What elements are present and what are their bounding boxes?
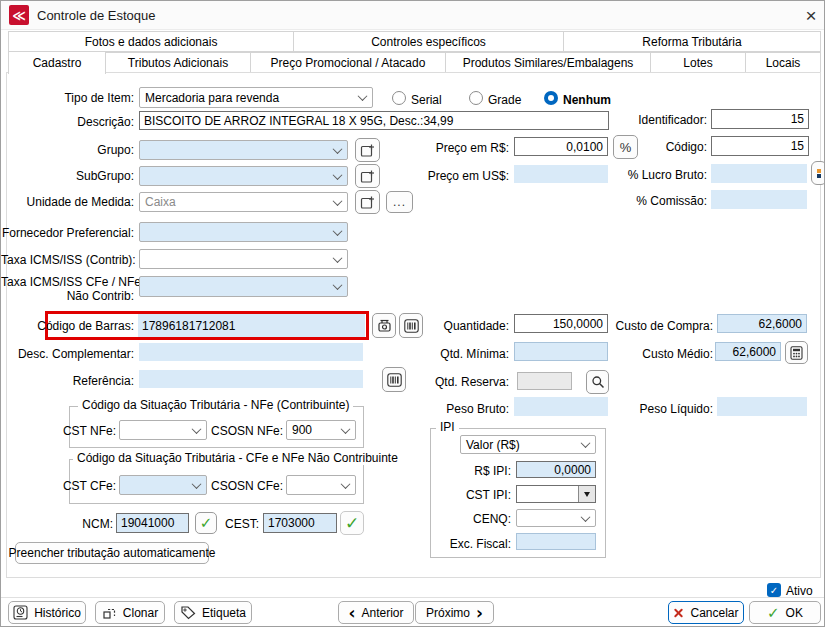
history-icon xyxy=(13,605,28,620)
navy-dot-icon xyxy=(817,174,821,178)
tab-preco-promocional[interactable]: Preço Promocional / Atacado xyxy=(250,52,446,73)
custo-medio-label: Custo Médio: xyxy=(601,348,713,361)
preco-us-input[interactable] xyxy=(514,165,608,183)
check-icon: ✓ xyxy=(345,513,359,533)
unidade-select[interactable]: Caixa xyxy=(139,192,348,212)
preco-us-label: Preço em US$: xyxy=(401,170,509,183)
taxa-nao-contrib-label-line1: Taxa ICMS/ISS CFe / NFe xyxy=(1,276,134,289)
referencia-label: Referência: xyxy=(1,375,134,388)
chevron-down-icon xyxy=(352,88,372,107)
qtd-minima-input[interactable] xyxy=(514,342,608,361)
add-grupo-button[interactable] xyxy=(355,138,380,162)
tab-cadastro[interactable]: Cadastro xyxy=(8,51,106,74)
cst-nfe-select[interactable] xyxy=(119,420,207,440)
add-subgrupo-button[interactable] xyxy=(355,164,380,188)
ipi-modo-select[interactable]: Valor (R$) xyxy=(460,435,596,454)
app-logo-icon: ≪ xyxy=(9,5,29,25)
tab-reforma-tributaria[interactable]: Reforma Tributária xyxy=(563,31,821,52)
radio-serial[interactable] xyxy=(392,91,406,105)
subgrupo-select[interactable] xyxy=(139,166,348,186)
peso-bruto-label: Peso Bruto: xyxy=(401,403,509,416)
tab-fotos-dados-adicionais[interactable]: Fotos e dados adicionais xyxy=(8,31,294,52)
taxa-nao-contrib-select[interactable] xyxy=(139,276,348,297)
desc-complementar-label: Desc. Complementar: xyxy=(1,348,134,361)
ok-button[interactable]: ✓ OK xyxy=(749,601,821,624)
cancelar-button-label: Cancelar xyxy=(690,606,738,620)
csosn-nfe-select[interactable]: 900 xyxy=(286,420,356,440)
identificador-label: Identificador: xyxy=(601,114,707,127)
tab-controles-especificos[interactable]: Controles específicos xyxy=(293,31,564,52)
csosn-cfe-select[interactable] xyxy=(286,475,356,495)
radio-grade[interactable] xyxy=(469,91,483,105)
cancelar-button[interactable]: Cancelar xyxy=(668,601,744,624)
descricao-input[interactable]: BISCOITO DE ARROZ INTEGRAL 18 X 95G, Des… xyxy=(139,111,609,130)
unidade-more-button[interactable]: ... xyxy=(386,191,413,213)
chevron-down-icon xyxy=(327,167,347,185)
chevron-down-icon xyxy=(327,193,347,211)
lucro-options-icon[interactable] xyxy=(811,161,825,185)
codigo-barras-input[interactable]: 17896181712081 xyxy=(138,314,365,337)
etiqueta-button[interactable]: Etiqueta xyxy=(174,601,252,624)
ipi-modo-value: Valor (R$) xyxy=(466,438,520,452)
ncm-input[interactable]: 19041000 xyxy=(116,513,189,533)
stock-control-dialog: ≪ Controle de Estoque × Fotos e dados ad… xyxy=(0,0,825,627)
radio-nenhum[interactable] xyxy=(544,91,558,105)
cst-cfe-select[interactable] xyxy=(119,475,207,495)
clonar-button[interactable]: Clonar xyxy=(95,601,165,624)
historico-button[interactable]: Histórico xyxy=(8,601,86,624)
exc-fiscal-input[interactable] xyxy=(516,533,596,550)
exc-fiscal-label: Exc. Fiscal: xyxy=(431,538,511,551)
tab-tributos-adicionais[interactable]: Tributos Adicionais xyxy=(105,52,251,73)
calculator-icon[interactable] xyxy=(785,341,808,364)
proximo-button[interactable]: Próximo › xyxy=(415,601,494,624)
anterior-button[interactable]: ‹ Anterior xyxy=(338,601,414,624)
cst-ipi-select[interactable] xyxy=(516,485,596,503)
close-icon[interactable]: × xyxy=(800,5,822,27)
referencia-input[interactable] xyxy=(139,370,363,388)
grupo-select[interactable] xyxy=(139,140,348,160)
comissao-input[interactable] xyxy=(711,190,807,209)
codigo-input[interactable]: 15 xyxy=(711,136,809,156)
lucro-bruto-input[interactable] xyxy=(711,164,807,183)
preencher-tributacao-button[interactable]: Preencher tributação automaticamente xyxy=(15,542,209,564)
tab-lotes[interactable]: Lotes xyxy=(650,52,746,73)
peso-bruto-input[interactable] xyxy=(514,397,608,416)
tab-produtos-similares[interactable]: Produtos Similares/Embalagens xyxy=(445,52,651,73)
scale-icon[interactable] xyxy=(372,313,396,338)
chevron-right-icon: › xyxy=(476,606,483,620)
cenq-select[interactable] xyxy=(516,509,596,527)
window-title: Controle de Estoque xyxy=(37,8,156,23)
desc-complementar-input[interactable] xyxy=(139,343,363,361)
identificador-input[interactable]: 15 xyxy=(711,109,809,129)
magnifier-icon[interactable] xyxy=(586,370,609,394)
qtd-reserva-input xyxy=(517,372,572,390)
proximo-button-label: Próximo xyxy=(426,606,470,620)
custo-medio-input[interactable]: 62,6000 xyxy=(715,342,781,361)
rs-ipi-input[interactable]: 0,0000 xyxy=(516,461,596,478)
cest-validate-check-icon[interactable]: ✓ xyxy=(340,511,364,535)
chevron-left-icon: ‹ xyxy=(348,606,355,620)
quantidade-label: Quantidade: xyxy=(401,320,509,333)
peso-liquido-input[interactable] xyxy=(717,397,807,416)
cst-nfe-label: CST NFe: xyxy=(41,425,116,438)
preco-rs-input[interactable]: 0,0100 xyxy=(514,137,608,156)
quantidade-input[interactable]: 150,0000 xyxy=(514,314,608,333)
tipo-item-label: Tipo de Item: xyxy=(1,92,134,105)
fornecedor-select[interactable] xyxy=(139,222,348,242)
anterior-button-label: Anterior xyxy=(361,606,403,620)
ok-button-label: OK xyxy=(786,606,803,620)
folder-plus-icon xyxy=(360,143,375,158)
cst-cfe-label: CST CFe: xyxy=(41,480,116,493)
subgrupo-label: SubGrupo: xyxy=(1,170,134,183)
tipo-item-select[interactable]: Mercadoria para revenda xyxy=(139,87,373,108)
codigo-barras-label: Código de Barras: xyxy=(1,320,134,333)
taxa-contrib-select[interactable] xyxy=(139,249,348,269)
cest-input[interactable]: 1703000 xyxy=(263,513,337,533)
chevron-down-icon xyxy=(335,476,355,494)
ativo-checkbox[interactable]: ✓ xyxy=(767,583,781,597)
add-unidade-button[interactable] xyxy=(355,190,380,214)
custo-compra-input[interactable]: 62,6000 xyxy=(717,314,807,333)
tab-locais[interactable]: Locais xyxy=(745,52,821,73)
grupo-label: Grupo: xyxy=(1,144,134,157)
lucro-bruto-label: % Lucro Bruto: xyxy=(601,169,707,182)
